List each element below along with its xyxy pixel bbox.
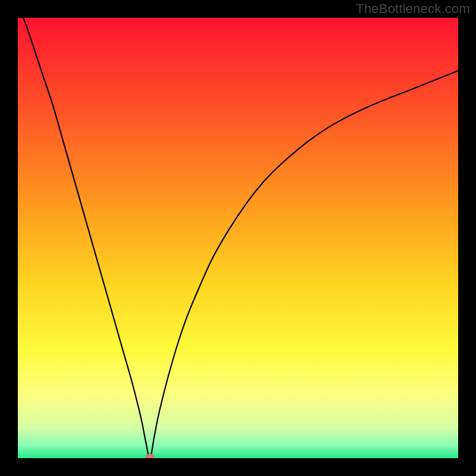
chart-background — [18, 18, 458, 458]
watermark-text: TheBottleneck.com — [356, 1, 470, 17]
chart-container — [18, 18, 458, 458]
chart-svg — [18, 18, 458, 458]
